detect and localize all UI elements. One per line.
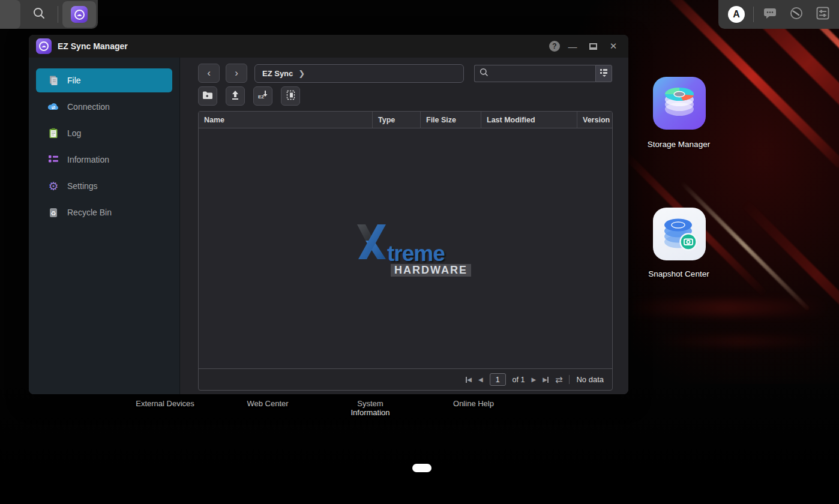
snapshot-center-icon — [660, 213, 699, 255]
gear-icon: ⚙ — [47, 180, 59, 192]
log-clipboard-icon — [47, 127, 59, 139]
ezsync-window: ☁ EZ Sync Manager ? — ✕ File — [29, 35, 628, 394]
storage-manager-shortcut[interactable] — [653, 77, 706, 130]
help-button[interactable]: ? — [549, 41, 560, 52]
sidebar-item-label: File — [67, 76, 81, 85]
sidebar: File Connection Log — [29, 58, 180, 394]
sidebar-item-label: Settings — [67, 181, 98, 191]
column-header-lastmodified[interactable]: Last Modified — [481, 112, 577, 128]
new-folder-icon — [202, 91, 213, 102]
divider — [569, 375, 570, 384]
view-options-button[interactable] — [595, 65, 612, 82]
recycle-bin-icon: ♻ — [47, 206, 59, 218]
ezsync-download-button[interactable]: EZ — [253, 86, 272, 106]
list-view-icon — [600, 68, 608, 79]
select-mode-button[interactable] — [281, 86, 300, 106]
storage-manager-icon — [660, 83, 699, 124]
ezsync-app-icon: ☁ — [71, 6, 88, 23]
breadcrumb[interactable]: EZ Sync ❯ — [254, 64, 464, 83]
sidebar-item-connection[interactable]: Connection — [36, 95, 172, 119]
svg-text:EZ: EZ — [258, 94, 264, 100]
column-header-name[interactable]: Name — [199, 112, 373, 128]
sidebar-item-label: Log — [67, 128, 81, 138]
sidebar-item-recycle-bin[interactable]: ♻ Recycle Bin — [36, 200, 172, 224]
sidebar-item-label: Recycle Bin — [67, 208, 112, 217]
taskbar-app-ezsync[interactable]: ☁ — [62, 1, 96, 28]
taskbar-right: A — [718, 0, 839, 29]
shortcut-label-web-center[interactable]: Web Center — [232, 399, 304, 408]
pagination-bar: ◀ ◀ of 1 ▶ ▶ ⇄ No data — [199, 368, 612, 390]
sidebar-item-settings[interactable]: ⚙ Settings — [36, 174, 172, 198]
previous-page-button[interactable]: ◀ — [478, 376, 483, 383]
last-page-button[interactable]: ▶ — [543, 376, 549, 383]
page-count-label: of 1 — [513, 376, 525, 384]
sidebar-item-information[interactable]: Information — [36, 148, 172, 172]
svg-text:♻: ♻ — [51, 210, 56, 217]
maximize-icon — [589, 43, 597, 50]
shortcut-label-external-devices[interactable]: External Devices — [123, 399, 207, 408]
maximize-button[interactable] — [585, 38, 601, 54]
refresh-icon[interactable]: ⇄ — [555, 374, 563, 385]
forward-button[interactable]: › — [226, 64, 247, 83]
new-folder-button[interactable] — [198, 86, 217, 106]
search-input[interactable] — [492, 69, 582, 78]
ez-download-icon: EZ — [257, 90, 268, 103]
gauge-icon — [789, 6, 804, 23]
breadcrumb-path: EZ Sync — [262, 69, 293, 78]
file-table: Name Type File Size Last Modified Versio… — [198, 111, 613, 391]
page-number-input[interactable] — [490, 373, 506, 386]
shortcut-label-system-information[interactable]: System Information — [343, 399, 397, 417]
search-icon — [32, 7, 46, 22]
sidebar-item-file[interactable]: File — [36, 68, 172, 92]
sidebar-item-log[interactable]: Log — [36, 121, 172, 145]
minimize-button[interactable]: — — [565, 38, 580, 54]
taskbar-left: ☁ — [0, 0, 98, 29]
chevron-right-icon: ❯ — [298, 69, 305, 78]
xtreme-x-glyph — [356, 223, 387, 263]
search-area — [474, 65, 612, 82]
column-header-version[interactable]: Version — [577, 112, 612, 128]
window-title: EZ Sync Manager — [58, 41, 544, 51]
file-icon — [47, 74, 59, 86]
file-view: ‹ › EZ Sync ❯ — [180, 58, 628, 394]
desktop: ☁ A ☁ EZ Sync Manager — [0, 0, 839, 504]
upload-icon — [230, 90, 240, 103]
cloud-connection-icon — [47, 101, 59, 113]
table-body[interactable]: treme HARDWARE — [199, 128, 612, 368]
watermark-treme-text: treme — [387, 245, 445, 263]
watermark-hardware-text: HARDWARE — [391, 264, 471, 277]
sidebar-item-label: Connection — [67, 102, 110, 112]
back-button[interactable]: ‹ — [198, 64, 220, 83]
activity-monitor-button[interactable] — [786, 4, 807, 25]
shortcut-label: Storage Manager — [637, 140, 721, 149]
xtreme-hardware-watermark: treme HARDWARE — [356, 223, 488, 277]
upload-button[interactable] — [226, 86, 245, 106]
notifications-button[interactable] — [760, 4, 780, 25]
table-header: Name Type File Size Last Modified Versio… — [199, 112, 612, 128]
user-avatar[interactable]: A — [728, 6, 745, 23]
snapshot-center-shortcut[interactable] — [653, 208, 706, 260]
shortcut-label-online-help[interactable]: Online Help — [438, 399, 510, 408]
preferences-button[interactable] — [813, 4, 833, 25]
information-list-icon — [47, 154, 59, 166]
chat-bubble-icon — [763, 7, 777, 22]
close-button[interactable]: ✕ — [606, 38, 621, 54]
window-titlebar[interactable]: ☁ EZ Sync Manager ? — ✕ — [29, 35, 628, 58]
search-icon — [480, 68, 489, 79]
column-header-type[interactable]: Type — [373, 112, 421, 128]
selection-rect-icon — [286, 90, 295, 103]
next-page-button[interactable]: ▶ — [531, 376, 536, 383]
taskbar-pill-handle[interactable] — [412, 464, 432, 472]
ezsync-window-icon: ☁ — [36, 38, 52, 54]
search-field[interactable] — [474, 65, 595, 82]
shortcut-label: Snapshot Center — [637, 269, 721, 278]
sliders-icon — [816, 7, 829, 22]
taskbar-handle[interactable] — [0, 0, 20, 29]
status-text: No data — [576, 375, 604, 384]
sidebar-item-label: Information — [67, 155, 109, 164]
column-header-filesize[interactable]: File Size — [421, 112, 481, 128]
global-search-button[interactable] — [23, 1, 55, 28]
first-page-button[interactable]: ◀ — [466, 376, 472, 383]
